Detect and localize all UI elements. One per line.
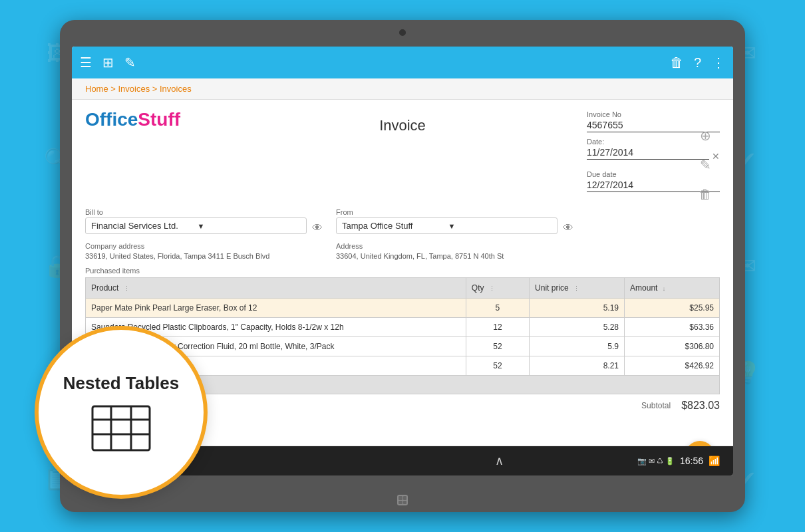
nested-tables-icon	[91, 405, 151, 452]
top-bar-left: ☰ ⊞ ✎	[80, 55, 136, 70]
qty-header-label: Qty	[472, 283, 484, 293]
from-section: From Tampa Office Stuff ▼ 👁 Address 3360…	[336, 208, 573, 261]
invoice-center: Invoice	[232, 110, 573, 198]
callout-title: Nested Tables	[63, 373, 179, 394]
amount-cell: $306.80	[625, 337, 720, 356]
invoice-no-label: Invoice No	[587, 110, 720, 118]
qty-cell: 5	[466, 299, 529, 318]
bill-to-dropdown[interactable]: Financial Services Ltd. ▼	[85, 217, 307, 234]
grid-icon[interactable]: ⊞	[102, 55, 114, 70]
status-center: ∧	[361, 454, 637, 468]
delete-action-button[interactable]: 🗑	[696, 185, 715, 203]
unit-price-cell: 5.28	[530, 318, 625, 337]
tablet-bottom	[397, 495, 408, 505]
wifi-icon: 📶	[709, 456, 720, 466]
bill-to-eye-icon[interactable]: 👁	[312, 222, 323, 234]
from-dropdown-arrow-icon: ▼	[448, 222, 552, 230]
from-address-value: 33604, United Kingdom, FL, Tampa, 8751 N…	[336, 251, 573, 261]
company-address-label: Company address	[85, 242, 323, 250]
amount-cell: $63.36	[625, 318, 720, 337]
qty-cell: 12	[466, 318, 529, 337]
callout-circle: Nested Tables	[35, 326, 208, 499]
qty-sort-icon: ⋮	[489, 285, 495, 292]
tablet-camera	[399, 29, 406, 36]
add-action-button[interactable]: ⊕	[696, 126, 715, 145]
bill-to-value: Financial Services Ltd.	[91, 221, 195, 231]
qty-cell: 52	[466, 337, 529, 356]
product-header-label: Product	[91, 283, 118, 293]
from-address-label: Address	[336, 242, 573, 250]
invoice-title: Invoice	[232, 117, 573, 134]
unit-header-label: Unit price	[535, 283, 569, 293]
product-cell: Paper Mate Pink Pearl Large Eraser, Box …	[86, 299, 466, 318]
bill-from-row: Bill to Financial Services Ltd. ▼ 👁 Comp…	[85, 208, 720, 261]
bill-to-section: Bill to Financial Services Ltd. ▼ 👁 Comp…	[85, 208, 323, 261]
top-bar-right: 🗑 ? ⋮	[670, 55, 725, 70]
unit-sort-icon: ⋮	[573, 285, 579, 292]
more-icon[interactable]: ⋮	[712, 55, 725, 70]
status-right: 📷 ✉ ♺ 🔋 16:56 📶	[637, 456, 720, 466]
from-value: Tampa Office Stuff	[342, 221, 446, 231]
logo-area: OfficeStuff	[85, 110, 218, 198]
unit-price-cell: 5.9	[530, 337, 625, 356]
company-address-value: 33619, United States, Florida, Tampa 341…	[85, 251, 323, 261]
col-unit-header[interactable]: Unit price ⋮	[530, 278, 625, 299]
amount-header-label: Amount	[630, 283, 657, 293]
status-icons: 📷 ✉ ♺ 🔋	[637, 457, 675, 466]
table-row[interactable]: Saunders Recycled Plastic Clipboards, 1"…	[86, 318, 720, 337]
delete-icon[interactable]: 🗑	[670, 55, 683, 70]
logo: OfficeStuff	[85, 110, 218, 129]
edit-action-button[interactable]: ✎	[696, 156, 715, 174]
bill-to-label: Bill to	[85, 208, 323, 216]
date-value: 11/27/2014	[587, 147, 709, 160]
svg-rect-0	[92, 406, 150, 450]
edit-icon[interactable]: ✎	[124, 55, 136, 70]
home-up-arrow[interactable]: ∧	[495, 454, 504, 468]
amount-sort-icon: ↓	[663, 285, 666, 292]
product-sort-icon: ⋮	[124, 285, 130, 292]
table-header-row: Product ⋮ Qty ⋮ Unit price ⋮ Amount	[86, 278, 720, 299]
breadcrumb-text: Home > Invoices > Invoices	[85, 84, 192, 94]
unit-price-cell: 8.21	[530, 356, 625, 376]
subtotal-label: Subtotal	[641, 401, 671, 410]
from-eye-icon[interactable]: 👁	[563, 222, 573, 234]
action-sidebar: ⊕ ✎ 🗑	[696, 126, 715, 203]
table-row[interactable]: Paper Mate Pink Pearl Large Eraser, Box …	[86, 299, 720, 318]
col-product-header[interactable]: Product ⋮	[86, 278, 466, 299]
breadcrumb[interactable]: Home > Invoices > Invoices	[72, 78, 733, 100]
logo-office: Office	[85, 109, 138, 130]
top-bar: ☰ ⊞ ✎ 🗑 ? ⋮	[72, 47, 733, 78]
purchased-items-label: Purchased items	[85, 267, 720, 275]
qty-cell: 52	[466, 356, 529, 376]
from-dropdown[interactable]: Tampa Office Stuff ▼	[336, 217, 558, 234]
status-time: 16:56	[680, 456, 703, 466]
unit-price-cell: 5.19	[530, 299, 625, 318]
amount-cell: $426.92	[625, 356, 720, 376]
from-label: From	[336, 208, 573, 216]
amount-cell: $25.95	[625, 299, 720, 318]
subtotal-value: $823.03	[681, 400, 720, 412]
logo-stuff: Stuff	[138, 109, 180, 130]
help-icon[interactable]: ?	[694, 55, 701, 70]
menu-icon[interactable]: ☰	[80, 55, 92, 70]
col-amount-header[interactable]: Amount ↓	[625, 278, 720, 299]
invoice-header: OfficeStuff Invoice Invoice No 4567655 D…	[85, 110, 720, 198]
home-button[interactable]	[397, 495, 408, 505]
col-qty-header[interactable]: Qty ⋮	[466, 278, 529, 299]
dropdown-arrow-icon: ▼	[198, 222, 301, 230]
